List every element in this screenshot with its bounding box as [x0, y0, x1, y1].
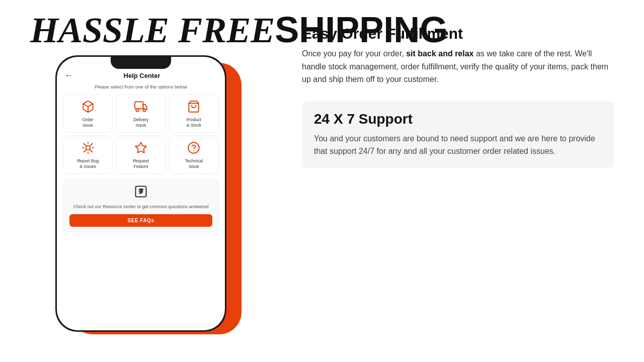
- svg-point-2: [136, 109, 138, 112]
- svg-line-6: [84, 144, 86, 146]
- svg-text:T: T: [140, 189, 143, 194]
- see-faqs-button[interactable]: SEE FAQs: [69, 214, 212, 227]
- resource-text: Check out our Resource center to get com…: [69, 204, 212, 210]
- bug-icon: [82, 141, 95, 156]
- resource-card: T Check out our Resource center to get c…: [63, 179, 219, 232]
- support-section: 24 X 7 Support You and your customers ar…: [302, 101, 614, 168]
- phone-front: ← Help Center Please select from one of …: [55, 55, 226, 332]
- support-title: 24 X 7 Support: [314, 111, 602, 127]
- svg-point-11: [188, 142, 199, 153]
- option-delivery-issue-label: DeliveryIssue: [133, 117, 149, 128]
- page-wrapper: HASSLE FREESHIPPING ← Help Center: [0, 0, 644, 362]
- svg-line-8: [84, 150, 86, 152]
- screen-title: Help Center: [77, 72, 207, 79]
- option-report-bug[interactable]: Report Bug& Issues: [63, 136, 113, 174]
- option-technical-issue[interactable]: TechnicalIssue: [169, 136, 219, 174]
- box-icon: [82, 100, 95, 115]
- right-side: Easy Order Fulfillment Once you pay for …: [302, 10, 614, 168]
- fulfillment-section: Easy Order Fulfillment Once you pay for …: [302, 25, 614, 86]
- svg-line-9: [90, 150, 92, 152]
- option-report-bug-label: Report Bug& Issues: [77, 158, 99, 169]
- option-request-feature[interactable]: RequestFeature: [116, 136, 166, 174]
- option-order-issue-label: OrderIssue: [83, 117, 94, 128]
- phone-mockup: ← Help Center Please select from one of …: [55, 55, 247, 337]
- screen-subtitle: Please select from one of the options be…: [63, 84, 219, 89]
- bag-icon: [187, 100, 200, 115]
- support-body: You and your customers are bound to need…: [314, 132, 602, 158]
- options-grid: OrderIssue: [63, 95, 219, 174]
- star-icon: [134, 141, 147, 156]
- svg-marker-10: [135, 142, 146, 153]
- resource-icon: T: [69, 185, 212, 202]
- screen-header: ← Help Center: [63, 71, 219, 80]
- left-side: HASSLE FREESHIPPING ← Help Center: [30, 10, 272, 337]
- svg-point-3: [143, 109, 145, 112]
- fulfillment-body-bold: sit back and relax: [406, 49, 473, 58]
- headline: HASSLE FREESHIPPING: [30, 10, 272, 50]
- svg-point-5: [86, 146, 90, 150]
- option-product-stock-label: Product& Stock: [187, 117, 201, 128]
- fulfillment-body: Once you pay for your order, sit back an…: [302, 47, 614, 86]
- screen-content: ← Help Center Please select from one of …: [57, 69, 225, 237]
- fulfillment-title: Easy Order Fulfillment: [302, 25, 614, 42]
- question-icon: [187, 141, 200, 156]
- option-product-stock[interactable]: Product& Stock: [169, 95, 219, 133]
- option-technical-issue-label: TechnicalIssue: [185, 158, 203, 169]
- headline-italic: HASSLE FREE: [30, 10, 275, 50]
- fulfillment-body-plain: Once you pay for your order,: [302, 49, 406, 58]
- svg-line-7: [90, 144, 92, 146]
- option-request-feature-label: RequestFeature: [133, 158, 149, 169]
- option-order-issue[interactable]: OrderIssue: [63, 95, 113, 133]
- option-delivery-issue[interactable]: DeliveryIssue: [116, 95, 166, 133]
- back-arrow-icon[interactable]: ←: [65, 71, 73, 80]
- car-icon: [134, 100, 147, 115]
- phone-notch: [111, 57, 171, 69]
- svg-rect-1: [135, 102, 143, 109]
- phone-screen: ← Help Center Please select from one of …: [57, 57, 225, 330]
